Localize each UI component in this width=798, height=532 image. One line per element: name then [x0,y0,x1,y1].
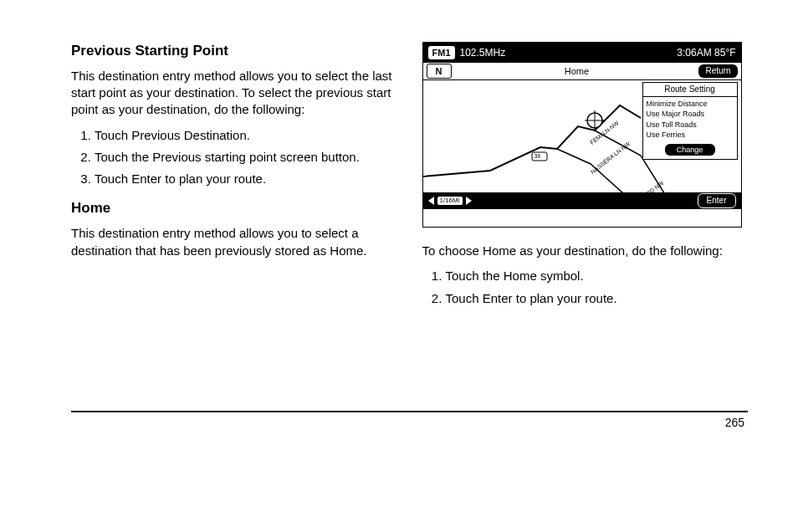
zoom-out-icon[interactable] [428,197,434,205]
device-title-bar: N Home Return [423,63,741,80]
heading-home: Home [71,199,397,218]
map-scale[interactable]: 1/16Mi [437,197,463,206]
route-setting-panel: Route Setting Minimize Distance Use Majo… [642,82,738,160]
nav-device-figure: FM1 102.5MHz 3:06AM 85°F N Home Return [422,42,742,228]
heading-previous-starting-point: Previous Starting Point [71,42,397,61]
zoom-in-icon[interactable] [466,197,472,205]
route-opt-2[interactable]: Use Major Roads [647,109,734,120]
home-step-1: Touch the Home symbol. [446,268,749,284]
change-button[interactable]: Change [665,144,715,156]
route-setting-header: Route Setting [643,83,737,97]
device-status-bar: FM1 102.5MHz 3:06AM 85°F [423,43,741,63]
right-column: FM1 102.5MHz 3:06AM 85°F N Home Return [422,42,749,319]
route-opt-1[interactable]: Minimize Distance [647,99,734,110]
clock-temp: 3:06AM 85°F [677,46,735,59]
footer-rule [71,411,748,412]
home-howto: To choose Home as your destination, do t… [422,243,749,259]
psp-step-2: Touch the Previous starting point screen… [95,149,397,166]
psp-intro: This destination entry method allows you… [71,68,397,119]
highway-shield: 36 [535,152,541,160]
psp-step-3: Touch Enter to plan your route. [95,171,397,187]
left-column: Previous Starting Point This destination… [71,42,397,319]
screen-title: Home [455,65,699,78]
radio-frequency: 102.5MHz [460,46,506,59]
radio-band-badge[interactable]: FM1 [428,46,455,60]
device-bottom-bar: 1/16Mi Enter [423,192,741,209]
home-steps: Touch the Home symbol. Touch Enter to pl… [422,268,749,307]
route-opt-4[interactable]: Use Ferries [647,130,734,141]
psp-step-1: Touch Previous Destination. [95,127,397,144]
home-step-2: Touch Enter to plan your route. [446,290,749,307]
home-intro: This destination entry method allows you… [71,225,397,259]
map-area[interactable]: FEMI LN NW NASSERA LN NW ER RD NW 36 Rou… [423,80,741,209]
compass-indicator[interactable]: N [427,64,452,79]
psp-steps: Touch Previous Destination. Touch the Pr… [71,127,397,188]
page-number: 265 [71,416,748,429]
enter-button[interactable]: Enter [698,193,736,208]
return-button[interactable]: Return [698,64,737,78]
route-opt-3[interactable]: Use Toll Roads [647,120,734,130]
